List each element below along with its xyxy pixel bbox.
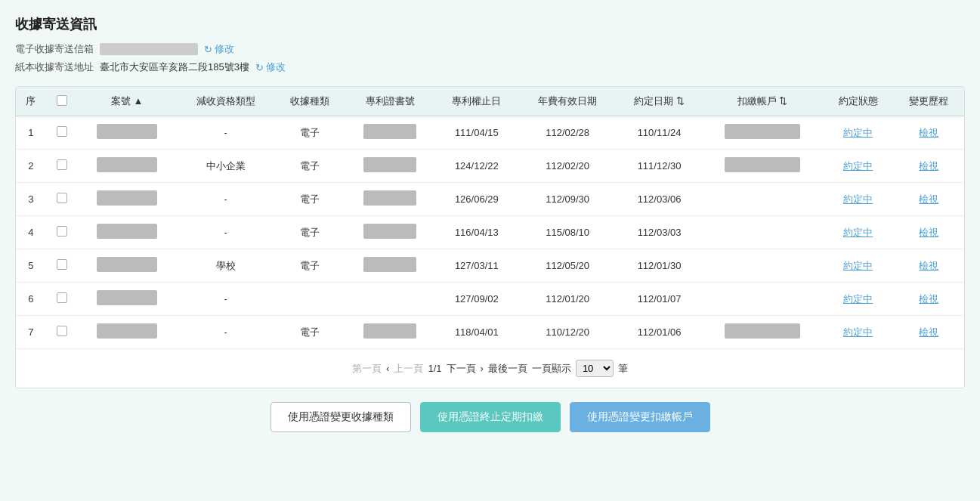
header-checkbox[interactable] [57,95,67,106]
data-table: 序 案號 ▲ 減收資格類型 收據種類 專利證書號 專利權止日 年費有效日期 約定… [16,87,964,348]
row-checkbox[interactable] [57,292,67,303]
cell-checkbox [46,316,77,349]
case-no-masked [97,290,157,305]
cell-history[interactable]: 檢視 [893,249,964,283]
btn-change-deduction-account[interactable]: 使用憑證變更扣繳帳戶 [570,402,710,432]
address-row: 紙本收據寄送地址 臺北市大安區辛亥路二段185號3樓 ↻ 修改 [15,60,965,74]
cell-status: 約定中 [823,183,894,216]
data-table-section: 序 案號 ▲ 減收資格類型 收據種類 專利證書號 專利權止日 年費有效日期 約定… [15,86,965,388]
table-row: 5學校電子127/03/11112/05/20112/01/30約定中檢視 [16,249,964,283]
table-header-row: 序 案號 ▲ 減收資格類型 收據種類 專利證書號 專利權止日 年費有效日期 約定… [16,87,964,116]
page-container: 收據寄送資訊 電子收據寄送信箱 ↻ 修改 紙本收據寄送地址 臺北市大安區辛亥路二… [15,15,965,432]
first-page-button[interactable]: 第一頁 [352,362,382,376]
cell-history[interactable]: 檢視 [893,183,964,216]
cell-checkbox [46,249,77,283]
case-no-masked [97,257,157,272]
col-scheduled-date[interactable]: 約定日期 ⇅ [617,87,703,116]
col-deduction-account[interactable]: 扣繳帳戶 ⇅ [702,87,823,116]
cell-deduction-account [702,316,823,349]
cell-reduction-type: - [177,183,274,216]
row-checkbox[interactable] [57,126,67,137]
status-badge: 約定中 [843,326,873,338]
row-checkbox[interactable] [57,226,67,237]
cell-receipt-type: 電子 [274,249,345,283]
cell-case-no [77,183,177,216]
patent-cert-masked [363,257,416,272]
history-link[interactable]: 檢視 [919,293,938,305]
address-modify-button[interactable]: ↻ 修改 [255,60,286,74]
case-no-masked [97,124,157,139]
patent-cert-masked [363,323,416,339]
row-checkbox[interactable] [57,159,67,170]
history-link[interactable]: 檢視 [919,260,938,271]
cell-annual-fee-date: 112/02/20 [519,150,617,183]
chevron-left-icon: ‹ [386,363,389,374]
email-label: 電子收據寄送信箱 [15,42,94,56]
case-no-masked [97,190,157,206]
cell-case-no [77,216,177,249]
cell-seq: 6 [16,283,46,316]
btn-change-receipt-type[interactable]: 使用憑證變更收據種類 [271,402,411,432]
cell-history[interactable]: 檢視 [893,283,964,316]
cell-seq: 2 [16,150,46,183]
cell-reduction-type: - [177,216,274,249]
patent-cert-masked [363,157,416,172]
history-link[interactable]: 檢視 [919,127,938,138]
patent-cert-masked [363,190,416,206]
email-row: 電子收據寄送信箱 ↻ 修改 [15,42,965,56]
cell-patent-expiry: 126/06/29 [434,183,518,216]
cell-checkbox [46,150,77,183]
history-link[interactable]: 檢視 [919,227,938,238]
col-case-no[interactable]: 案號 ▲ [77,87,177,116]
email-modify-button[interactable]: ↻ 修改 [204,42,234,56]
next-page-button[interactable]: 下一頁 [447,362,476,376]
cell-history[interactable]: 檢視 [893,316,964,349]
case-no-masked [97,323,157,339]
per-page-select[interactable]: 5102050 [576,360,614,377]
col-reduction-type: 減收資格類型 [177,87,274,116]
cell-checkbox [46,116,77,150]
row-checkbox[interactable] [57,193,67,203]
cell-receipt-type: 電子 [274,150,345,183]
per-page-unit: 筆 [618,362,628,376]
cell-case-no [77,249,177,283]
cell-receipt-type: 電子 [274,216,345,249]
col-seq: 序 [16,87,46,116]
cell-reduction-type: - [177,116,274,150]
cell-case-no [77,150,177,183]
history-link[interactable]: 檢視 [919,160,938,172]
history-link[interactable]: 檢視 [919,193,938,205]
history-link[interactable]: 檢視 [919,326,938,338]
btn-stop-auto-deduction[interactable]: 使用憑證終止定期扣繳 [420,402,561,432]
prev-page-button[interactable]: 上一頁 [394,362,423,376]
table-row: 6-127/09/02112/01/20112/01/07約定中檢視 [16,283,964,316]
row-checkbox[interactable] [57,326,67,336]
cell-annual-fee-date: 112/05/20 [519,249,617,283]
cell-annual-fee-date: 112/02/28 [519,116,617,150]
cell-seq: 1 [16,116,46,150]
col-receipt-type: 收據種類 [274,87,345,116]
cell-case-no [77,316,177,349]
cell-history[interactable]: 檢視 [893,150,964,183]
sort-both-icon: ⇅ [676,95,685,107]
cell-status: 約定中 [823,216,894,249]
cell-receipt-type [274,283,345,316]
cell-history[interactable]: 檢視 [893,216,964,249]
page-info: 1/1 [428,363,441,374]
cell-scheduled-date: 112/01/30 [617,249,703,283]
cell-seq: 4 [16,216,46,249]
cell-history[interactable]: 檢視 [893,116,964,150]
page-title: 收據寄送資訊 [15,15,965,33]
cell-reduction-type: 中小企業 [177,150,274,183]
cell-deduction-account [702,183,823,216]
cell-seq: 3 [16,183,46,216]
cell-annual-fee-date: 115/08/10 [519,216,617,249]
last-page-button[interactable]: 最後一頁 [488,362,527,376]
table-row: 7-電子118/04/01110/12/20112/01/06約定中檢視 [16,316,964,349]
row-checkbox[interactable] [57,259,67,270]
table-row: 1-電子111/04/15112/02/28110/11/24約定中檢視 [16,116,964,150]
cell-patent-cert-no [345,283,434,316]
status-badge: 約定中 [843,227,873,238]
cell-checkbox [46,283,77,316]
col-patent-expiry: 專利權止日 [434,87,518,116]
